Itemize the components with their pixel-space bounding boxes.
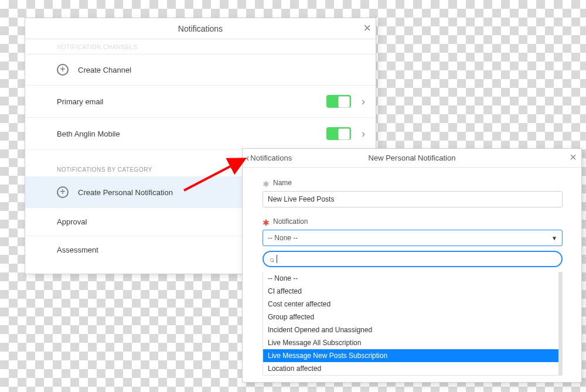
notification-select[interactable]: -- None --: [263, 230, 563, 246]
required-indicator-icon: ✱: [263, 179, 270, 189]
text-cursor: [277, 255, 277, 263]
category-label: Assessment: [57, 246, 98, 254]
channel-label: Beth Anglin Mobile: [57, 129, 120, 138]
channel-row[interactable]: Primary email: [25, 86, 376, 118]
name-input[interactable]: [263, 191, 563, 207]
name-label-row: ✱ Name: [263, 178, 563, 188]
dropdown-options: -- None --CI affectedCost center affecte…: [263, 272, 563, 376]
create-personal-label: Create Personal Notification: [78, 188, 173, 197]
panel1-header: Notifications ×: [25, 18, 376, 39]
dropdown-option[interactable]: Cost center affected: [263, 298, 558, 311]
select-value: -- None --: [268, 234, 298, 242]
new-notification-dialog: Notifications New Personal Notification …: [242, 148, 582, 383]
create-channel-label: Create Channel: [78, 66, 131, 74]
back-label: Notifications: [250, 154, 292, 162]
close-icon[interactable]: ×: [363, 21, 371, 36]
plus-icon: [57, 186, 69, 198]
search-icon: [270, 255, 274, 264]
close-icon[interactable]: ×: [570, 151, 577, 164]
dropdown-search[interactable]: [263, 251, 563, 267]
notification-label: Notification: [273, 217, 308, 226]
dropdown-option[interactable]: Live Message All Subscription: [263, 336, 558, 349]
caret-down-icon: [551, 235, 557, 241]
back-button[interactable]: Notifications: [243, 153, 297, 163]
dropdown-option[interactable]: Location affected: [263, 362, 558, 375]
notification-dropdown: -- None --CI affectedCost center affecte…: [263, 251, 563, 376]
dropdown-option[interactable]: Incident Opened and Unassigned: [263, 323, 558, 336]
toggle-switch[interactable]: [326, 127, 351, 140]
dropdown-option[interactable]: Group affected: [263, 311, 558, 323]
category-label: Approval: [57, 217, 87, 226]
panel2-header: Notifications New Personal Notification …: [243, 149, 581, 168]
dropdown-option[interactable]: -- None --: [263, 272, 558, 285]
plus-icon: [57, 64, 69, 76]
notification-label-row: ✱ Notification: [263, 217, 563, 226]
required-indicator-icon: ✱: [263, 218, 270, 227]
chevron-right-icon[interactable]: [362, 128, 365, 140]
dropdown-option[interactable]: CI affected: [263, 285, 558, 298]
channel-label: Primary email: [57, 97, 103, 106]
chevron-left-icon: [246, 153, 249, 163]
panel2-title: New Personal Notification: [369, 154, 456, 162]
chevron-right-icon[interactable]: [362, 96, 365, 108]
name-label: Name: [273, 179, 292, 187]
create-channel-row[interactable]: Create Channel: [25, 54, 376, 86]
panel2-body: ✱ Name ✱ Notification -- None -- -- None…: [243, 168, 581, 376]
toggle-switch[interactable]: [326, 95, 351, 108]
channel-row[interactable]: Beth Anglin Mobile: [25, 118, 376, 150]
section-channels-title: NOTIFICATION CHANNELS: [25, 39, 376, 54]
dropdown-option[interactable]: Live Message New Posts Subscription: [263, 349, 558, 362]
panel1-title: Notifications: [178, 24, 223, 33]
